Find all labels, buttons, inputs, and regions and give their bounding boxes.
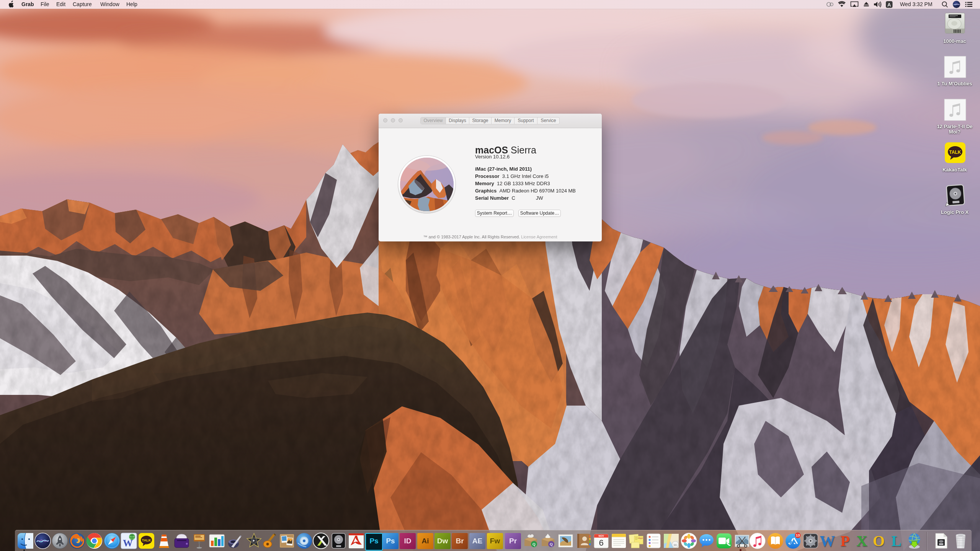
svg-text:TALK: TALK — [142, 538, 151, 542]
svg-text:NOV: NOV — [598, 535, 604, 537]
svg-text:Q: Q — [532, 542, 536, 546]
svg-text:Q: Q — [550, 542, 553, 546]
svg-text:13: 13 — [796, 533, 800, 537]
svg-text:3D: 3D — [673, 543, 677, 547]
svg-text:W: W — [123, 538, 133, 549]
svg-text:Eggs: Eggs — [639, 537, 643, 539]
svg-text:6: 6 — [599, 538, 603, 548]
svg-text:A: A — [887, 2, 891, 8]
svg-text:TALK: TALK — [949, 150, 961, 155]
